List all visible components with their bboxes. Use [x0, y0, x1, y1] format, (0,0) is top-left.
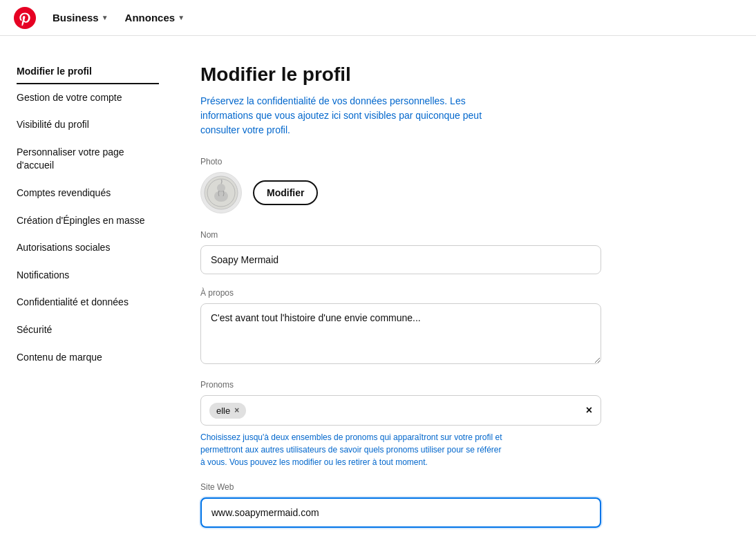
sidebar-item-confidentialite[interactable]: Confidentialité et données: [17, 289, 159, 316]
pinterest-logo[interactable]: [14, 7, 36, 29]
pronoms-label: Pronoms: [200, 380, 601, 390]
photo-label: Photo: [200, 157, 601, 166]
siteweb-section: Site Web: [200, 482, 601, 528]
svg-point-4: [217, 184, 225, 192]
nom-label: Nom: [200, 230, 601, 240]
pronoms-tag-text: elle: [216, 406, 230, 416]
pronoms-section: Pronoms elle × × Choisissez jusqu'à deux…: [200, 380, 601, 468]
business-label: Business: [53, 12, 99, 23]
business-nav-item[interactable]: Business ▼: [53, 12, 108, 23]
sidebar-item-securite[interactable]: Sécurité: [17, 316, 159, 344]
photo-section: Photo Modifier: [200, 157, 601, 213]
pronoms-field[interactable]: elle × ×: [200, 395, 601, 426]
apropos-label: À propos: [200, 288, 601, 298]
pronoms-tag: elle ×: [209, 403, 246, 419]
nom-input[interactable]: [200, 245, 601, 274]
sidebar-item-notifications[interactable]: Notifications: [17, 262, 159, 289]
sidebar-item-personnaliser-page[interactable]: Personnaliser votre page d'accueil: [17, 139, 159, 180]
sidebar-item-visibilite-profil[interactable]: Visibilité du profil: [17, 111, 159, 139]
annonces-chevron-icon: ▼: [178, 14, 185, 21]
page-subtitle: Préservez la confidentialité de vos donn…: [200, 94, 504, 137]
pronoms-hint: Choisissez jusqu'à deux ensembles de pro…: [200, 431, 504, 468]
apropos-textarea[interactable]: [200, 303, 601, 364]
avatar: [200, 172, 242, 213]
svg-point-3: [214, 191, 228, 202]
sidebar-item-contenu-marque[interactable]: Contenu de marque: [17, 344, 159, 372]
sidebar-item-creation-epingles[interactable]: Création d'Épingles en masse: [17, 207, 159, 235]
photo-row: Modifier: [200, 172, 601, 213]
sidebar: Modifier le profil Gestion de votre comp…: [0, 36, 159, 543]
pronoms-clear-icon[interactable]: ×: [586, 404, 592, 417]
annonces-nav-item[interactable]: Annonces ▼: [125, 12, 185, 23]
siteweb-label: Site Web: [200, 482, 601, 492]
sidebar-item-autorisations-sociales[interactable]: Autorisations sociales: [17, 234, 159, 262]
page-layout: Modifier le profil Gestion de votre comp…: [0, 36, 756, 543]
business-chevron-icon: ▼: [102, 14, 108, 21]
annonces-label: Annonces: [125, 12, 176, 23]
modify-photo-button[interactable]: Modifier: [253, 180, 318, 205]
main-content: Modifier le profil Préservez la confiden…: [159, 36, 643, 543]
siteweb-input[interactable]: [200, 497, 601, 528]
page-title: Modifier le profil: [200, 64, 601, 86]
avatar-image: [204, 175, 238, 210]
apropos-section: À propos: [200, 288, 601, 366]
sidebar-item-gestion-compte[interactable]: Gestion de votre compte: [17, 84, 159, 112]
pronoms-tag-remove-icon[interactable]: ×: [234, 406, 239, 415]
sidebar-item-comptes-revendiques[interactable]: Comptes revendiqués: [17, 180, 159, 207]
nom-section: Nom: [200, 230, 601, 274]
sidebar-item-modifier-profil[interactable]: Modifier le profil: [17, 58, 159, 84]
top-nav: Business ▼ Annonces ▼: [0, 0, 756, 36]
